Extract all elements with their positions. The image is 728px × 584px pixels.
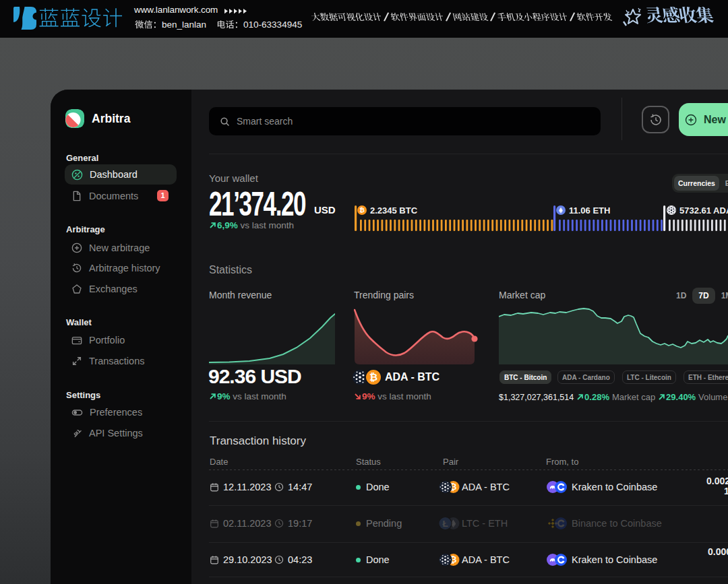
svg-text:11.06 ETH: 11.06 ETH	[569, 205, 610, 216]
svg-text:Ł: Ł	[442, 519, 448, 529]
svg-text:₿: ₿	[369, 372, 377, 383]
svg-text:5732.61 ADA: 5732.61 ADA	[679, 205, 728, 216]
svg-text:₿: ₿	[359, 206, 365, 214]
svg-text:2.2345 BTC: 2.2345 BTC	[370, 205, 418, 216]
